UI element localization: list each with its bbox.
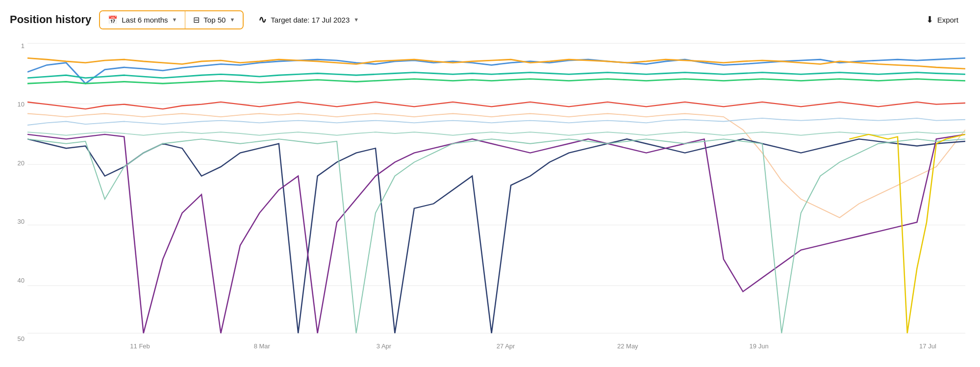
x-axis: 11 Feb 8 Mar 3 Apr 27 Apr 22 May 19 Jun … <box>27 342 965 357</box>
top-label: Top 50 <box>203 16 226 24</box>
x-label-3apr: 3 Apr <box>377 342 391 350</box>
y-label-20: 20 <box>18 159 27 167</box>
target-date-filter[interactable]: ∿ Target date: 17 Jul 2023 ▼ <box>251 10 366 29</box>
chart-inner: 11 Feb 8 Mar 3 Apr 27 Apr 22 May 19 Jun … <box>27 37 965 357</box>
date-range-chevron: ▼ <box>172 17 177 23</box>
calendar-icon: 📅 <box>108 15 118 25</box>
target-chevron: ▼ <box>353 17 359 23</box>
x-label-27apr: 27 Apr <box>497 342 515 350</box>
y-label-1: 1 <box>21 42 27 50</box>
top-filter[interactable]: ⊟ Top 50 ▼ <box>185 11 243 28</box>
chart-svg <box>27 37 965 342</box>
top-chevron: ▼ <box>229 17 235 23</box>
filter-group: 📅 Last 6 months ▼ ⊟ Top 50 ▼ <box>99 10 244 29</box>
export-icon: ⬇ <box>926 14 933 25</box>
chart-title: Position history <box>10 13 91 26</box>
y-label-10: 10 <box>18 101 27 108</box>
target-date-label: Target date: 17 Jul 2023 <box>271 16 350 24</box>
date-range-filter[interactable]: 📅 Last 6 months ▼ <box>100 11 185 28</box>
x-label-22may: 22 May <box>617 342 638 350</box>
x-label-19jun: 19 Jun <box>750 342 769 350</box>
trend-icon: ∿ <box>258 14 267 26</box>
x-label-17jul: 17 Jul <box>919 342 936 350</box>
y-axis: 1 10 20 30 40 50 <box>10 37 27 357</box>
chart-area: 1 10 20 30 40 50 <box>10 37 965 357</box>
x-label-11feb: 11 Feb <box>130 342 150 350</box>
y-label-40: 40 <box>18 277 27 284</box>
export-button[interactable]: ⬇ Export <box>919 10 965 29</box>
y-label-50: 50 <box>18 335 27 342</box>
x-label-8mar: 8 Mar <box>254 342 270 350</box>
y-label-30: 30 <box>18 218 27 225</box>
table-icon: ⊟ <box>193 15 200 25</box>
date-range-label: Last 6 months <box>122 16 168 24</box>
export-label: Export <box>937 16 958 24</box>
